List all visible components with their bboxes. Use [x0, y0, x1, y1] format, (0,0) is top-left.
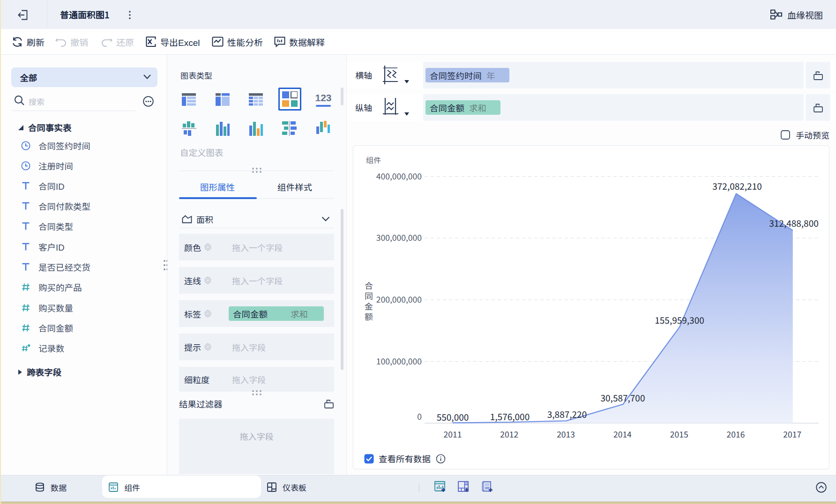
svg-text:2016: 2016	[727, 428, 745, 440]
svg-text:155,959,300: 155,959,300	[655, 313, 704, 326]
svg-text:2017: 2017	[783, 428, 801, 440]
svg-text:2013: 2013	[557, 428, 575, 440]
svg-text:2011: 2011	[444, 428, 462, 440]
svg-text:100,000,000: 100,000,000	[376, 355, 422, 367]
svg-text:2012: 2012	[500, 428, 518, 440]
svg-text:1,576,000: 1,576,000	[490, 410, 530, 422]
svg-text:312,488,800: 312,488,800	[769, 216, 818, 229]
svg-text:2015: 2015	[670, 428, 688, 440]
svg-text:200,000,000: 200,000,000	[376, 293, 422, 305]
svg-text:3,887,220: 3,887,220	[547, 408, 587, 420]
svg-text:2014: 2014	[613, 428, 632, 440]
svg-text:额: 额	[365, 310, 373, 322]
svg-text:30,587,700: 30,587,700	[601, 391, 645, 404]
svg-text:0: 0	[417, 410, 422, 422]
svg-text:550,000: 550,000	[437, 410, 469, 423]
svg-text:400,000,000: 400,000,000	[376, 170, 422, 182]
svg-text:372,082,210: 372,082,210	[712, 179, 761, 192]
svg-text:300,000,000: 300,000,000	[376, 231, 422, 243]
